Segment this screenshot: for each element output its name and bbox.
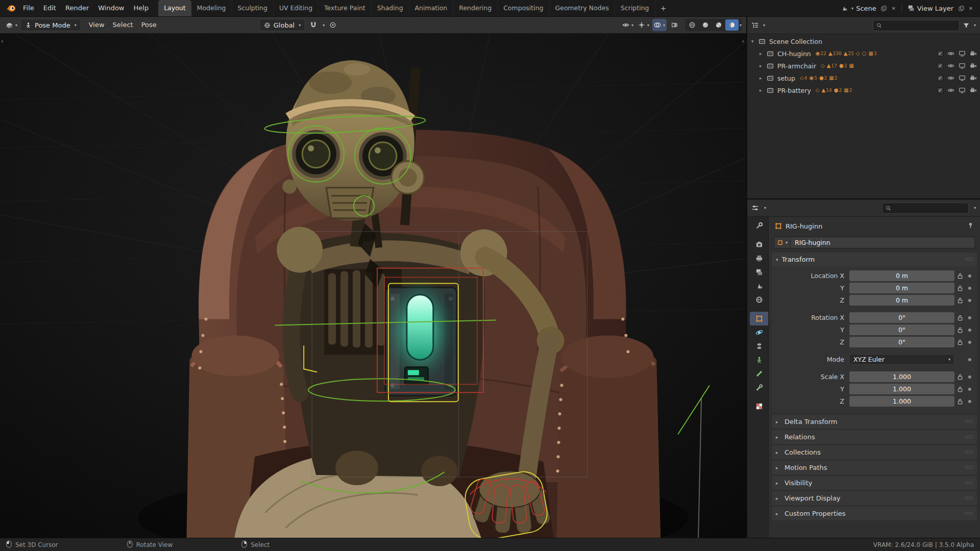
disable-render-icon[interactable] [969, 50, 977, 58]
properties-search[interactable] [882, 203, 969, 214]
transform-value-field[interactable]: 1.000 [849, 371, 954, 382]
new-scene-button[interactable] [880, 4, 888, 12]
section-relations[interactable]: ▸Relations∷∷ [772, 430, 977, 444]
drag-handle[interactable]: ∷∷ [965, 418, 973, 425]
disable-render-icon[interactable] [969, 87, 977, 94]
transform-value-field[interactable]: 0 m [849, 270, 954, 281]
hide-eye-icon[interactable] [947, 62, 954, 70]
properties-tab-texture[interactable] [750, 399, 768, 413]
disable-viewport-icon[interactable] [958, 74, 966, 82]
chevron-down-icon[interactable]: ▾ [763, 23, 765, 28]
transform-value-field[interactable]: 1.000 [849, 384, 954, 394]
shading-material-button[interactable] [712, 19, 725, 31]
transform-value-field[interactable]: 0° [849, 337, 954, 347]
section-custom-properties[interactable]: ▸Custom Properties∷∷ [772, 507, 977, 520]
mode-dropdown[interactable]: Pose Mode ▾ [20, 19, 81, 31]
transform-value-field[interactable]: 1.000 [849, 396, 954, 407]
menu-file[interactable]: File [18, 0, 39, 16]
workspace-tab-compositing[interactable]: Compositing [498, 0, 549, 16]
outliner-row-setup[interactable]: ▸setup◇4◉5●2▦2✓ [747, 72, 980, 84]
workspace-tab-modeling[interactable]: Modeling [191, 0, 232, 16]
chevron-down-icon[interactable]: ▾ [974, 23, 976, 28]
properties-tab-world[interactable] [750, 293, 768, 307]
lock-open-icon[interactable] [954, 398, 966, 405]
disclosure-triangle-icon[interactable]: ▾ [751, 39, 758, 44]
properties-tab-view-layer[interactable] [750, 265, 768, 279]
section-delta-transform[interactable]: ▸Delta Transform∷∷ [772, 415, 977, 429]
breadcrumb-object-name[interactable]: RIG-huginn [786, 222, 822, 230]
transform-value-field[interactable]: 0° [849, 324, 954, 335]
lock-open-icon[interactable] [954, 327, 966, 333]
collection-name[interactable]: setup [777, 74, 795, 82]
add-workspace-button[interactable]: + [658, 3, 669, 13]
properties-search-input[interactable] [894, 205, 965, 212]
section-visibility[interactable]: ▸Visibility∷∷ [772, 476, 977, 490]
transform-value-field[interactable]: 0 m [849, 283, 954, 293]
xray-toggle[interactable] [668, 19, 681, 31]
collection-name[interactable]: PR-armchair [777, 62, 816, 70]
animate-decorator-dot[interactable]: ● [966, 328, 974, 332]
properties-tab-bone-constraint[interactable] [750, 381, 768, 394]
outliner-row-pr-battery[interactable]: ▸PR-battery◇▲14●2▦2✓ [747, 84, 980, 96]
disable-render-icon[interactable] [969, 62, 977, 70]
properties-tab-constraints[interactable] [750, 339, 768, 353]
lock-open-icon[interactable] [954, 339, 966, 345]
viewport-canvas[interactable]: › ‹ [0, 34, 746, 538]
shading-options-chevron[interactable]: ▾ [740, 23, 742, 28]
animate-decorator-dot[interactable]: ● [966, 298, 974, 303]
disable-render-icon[interactable] [969, 74, 977, 82]
animate-decorator-dot[interactable]: ● [966, 374, 974, 379]
workspace-tab-texture-paint[interactable]: Texture Paint [318, 0, 372, 16]
properties-tab-object[interactable] [750, 312, 768, 325]
shading-rendered-button[interactable] [725, 19, 739, 31]
hide-eye-icon[interactable] [947, 50, 954, 58]
proportional-editing-toggle[interactable] [326, 19, 339, 31]
workspace-tab-uv-editing[interactable]: UV Editing [274, 0, 318, 16]
outliner-search[interactable] [873, 20, 960, 31]
view-layer-selector[interactable]: View Layer [905, 2, 955, 14]
transform-value-field[interactable]: 0° [849, 312, 954, 323]
section-collections[interactable]: ▸Collections∷∷ [772, 445, 977, 459]
viewport-menu-pose[interactable]: Pose [137, 17, 161, 33]
properties-tab-object-data[interactable] [750, 353, 768, 367]
remove-view-layer-button[interactable]: ✕ [967, 4, 975, 12]
transform-panel-header[interactable]: ▾ Transform ∷∷ [772, 253, 977, 266]
sidebar-expand-arrow[interactable]: ‹ [742, 38, 744, 45]
collection-name[interactable]: PR-battery [777, 87, 811, 94]
transform-orientation-dropdown[interactable]: Global ▾ [259, 19, 306, 31]
outliner-root-row[interactable]: ▾ Scene Collection [747, 35, 980, 47]
pin-icon[interactable] [967, 222, 974, 230]
lock-open-icon[interactable] [954, 273, 966, 279]
editor-type-button[interactable]: ▾ [4, 19, 19, 31]
object-browse-button[interactable]: ▾ [774, 237, 791, 248]
blender-logo-icon[interactable] [3, 0, 18, 16]
disable-viewport-icon[interactable] [958, 62, 966, 70]
snap-toggle[interactable] [307, 19, 320, 31]
drag-handle[interactable]: ∷∷ [965, 256, 973, 263]
lock-open-icon[interactable] [954, 374, 966, 380]
drag-handle[interactable]: ∷∷ [965, 464, 973, 471]
scene-selector[interactable]: ▾ Scene [839, 2, 878, 14]
drag-handle[interactable]: ∷∷ [965, 510, 973, 517]
workspace-tab-shading[interactable]: Shading [372, 0, 409, 16]
disclosure-triangle-icon[interactable]: ▸ [760, 63, 767, 68]
lock-open-icon[interactable] [954, 386, 966, 392]
disclosure-triangle-icon[interactable]: ▸ [760, 88, 767, 93]
object-name-field[interactable] [791, 237, 975, 248]
exclude-checkbox[interactable]: ✓ [937, 63, 943, 69]
unlink-scene-button[interactable]: ✕ [890, 4, 898, 12]
drag-handle[interactable]: ∷∷ [965, 449, 973, 456]
lock-open-icon[interactable] [954, 297, 966, 304]
animate-decorator-dot[interactable]: ● [966, 340, 974, 344]
rotation-mode-dropdown[interactable]: XYZ Euler▾ [849, 354, 954, 365]
animate-decorator-dot[interactable]: ● [966, 286, 974, 290]
properties-tab-render[interactable] [750, 238, 768, 252]
animate-decorator-dot[interactable]: ● [966, 387, 974, 391]
shading-solid-button[interactable] [699, 19, 712, 31]
drag-handle[interactable]: ∷∷ [965, 480, 973, 486]
filter-icon[interactable] [963, 22, 970, 29]
exclude-checkbox[interactable]: ✓ [937, 75, 943, 81]
workspace-tab-geometry-nodes[interactable]: Geometry Nodes [550, 0, 615, 16]
object-type-visibility-dropdown[interactable]: ▾ [621, 19, 635, 31]
outliner-row-pr-armchair[interactable]: ▸PR-armchair◇▲17●2▦✓ [747, 60, 980, 72]
